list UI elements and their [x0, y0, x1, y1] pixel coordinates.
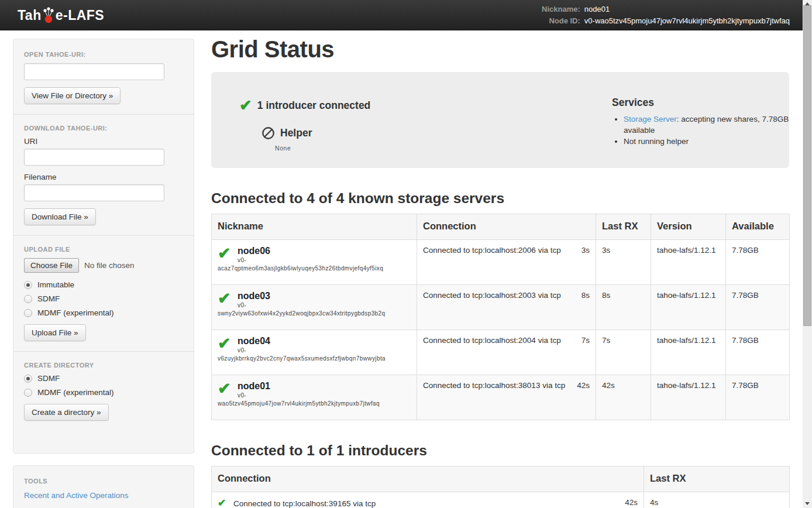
main-content: Grid Status 1 introducer connected Helpe… [211, 30, 789, 508]
available-value: 7.78GB [726, 330, 790, 375]
upload-file-button[interactable]: Upload File » [24, 324, 86, 341]
download-uri-input[interactable] [24, 149, 164, 166]
radio-icon[interactable] [24, 389, 32, 397]
col-header-version: Version [651, 214, 726, 240]
no-file-chosen-text: No file chosen [84, 261, 135, 270]
helper-value: None [275, 145, 291, 152]
view-file-button[interactable]: View File or Directory » [24, 87, 121, 104]
divider [13, 114, 194, 115]
connection-text: Connected to tcp:localhost:39165 via tcp [233, 499, 376, 508]
check-icon [218, 290, 231, 307]
node-id-label: Node ID: [542, 15, 580, 27]
connection-text: Connected to tcp:localhost:2006 via tcp [423, 246, 561, 255]
dir-format-option-sdmf[interactable]: SDMF [24, 374, 183, 383]
download-file-button[interactable]: Download File » [24, 208, 96, 225]
create-directory-label: CREATE DIRECTORY [24, 362, 183, 369]
services-title: Services [612, 97, 805, 109]
server-id-hash: wao5tzv45pmoju47jow7rvl4ukirjm5ytbh2kjty… [218, 400, 411, 407]
version-value: tahoe-lafs/1.12.1 [651, 330, 726, 375]
col-header-lastrx: Last RX [644, 466, 790, 492]
radio-label: SDMF [37, 294, 60, 303]
radio-icon[interactable] [24, 281, 32, 289]
version-value: tahoe-lafs/1.12.1 [651, 375, 726, 420]
upload-file-label: UPLOAD FILE [24, 246, 183, 253]
connection-age: 42s [625, 498, 638, 507]
table-row: node04 v0- v6zuyjkbrrkqy2bvc2cny7qwax5sx… [212, 330, 790, 375]
tahoe-tree-icon [42, 6, 55, 24]
server-id-hash: v6zuyjkbrrkqy2bvc2cny7qwax5sxumedsxfzfjw… [218, 355, 411, 362]
server-nickname: node01 [238, 381, 411, 392]
server-nickname: node06 [238, 246, 411, 256]
server-id-prefix: v0- [238, 302, 411, 308]
last-rx-value: 3s [596, 240, 651, 285]
tahoe-lafs-logo: Tah e-LAFS [18, 6, 104, 23]
nickname-label: Nickname: [542, 4, 580, 15]
node-info: Nickname: node01 Node ID: v0-wao5tzv45pm… [542, 4, 790, 27]
storage-servers-table: Nickname Connection Last RX Version Avai… [211, 214, 790, 420]
connection-text: Connected to tcp:localhost:2004 via tcp [423, 336, 561, 345]
page-scrollbar[interactable] [803, 0, 812, 508]
download-uri-label: DOWNLOAD TAHOE-URI: [24, 125, 183, 132]
top-navbar: Tah e-LAFS Nickname: node01 Node ID: v0-… [0, 0, 812, 30]
services-block: Services Storage Server: accepting new s… [612, 97, 805, 147]
col-header-connection: Connection [417, 214, 596, 240]
sidebar-forms-panel: OPEN TAHOE-URI: View File or Directory »… [13, 39, 194, 454]
table-row: node01 v0- wao5tzv45pmoju47jow7rvl4ukirj… [212, 375, 790, 420]
storage-servers-heading: Connected to 4 of 4 known storage server… [211, 190, 789, 207]
tools-label: TOOLS [24, 478, 183, 485]
open-uri-input[interactable] [24, 63, 164, 80]
scrollbar-down-icon[interactable] [805, 502, 810, 505]
introducers-table: Connection Last RX 42s Connected to tcp:… [211, 466, 790, 508]
recent-operations-link[interactable]: Recent and Active Operations [24, 491, 129, 500]
upload-format-option-sdmf[interactable]: SDMF [24, 294, 183, 303]
grid-status-summary: 1 introducer connected Helper None Servi… [211, 72, 789, 168]
radio-icon[interactable] [24, 375, 32, 383]
nickname-value: node01 [584, 4, 790, 15]
create-directory-button[interactable]: Create a directory » [24, 404, 109, 421]
uri-field-label: URI [24, 137, 183, 146]
connection-age: 8s [582, 291, 590, 300]
server-id-prefix: v0- [238, 257, 411, 263]
storage-server-link[interactable]: Storage Server [624, 115, 677, 123]
download-filename-input[interactable] [24, 184, 164, 201]
available-value: 7.78GB [726, 240, 790, 285]
upload-format-option-mdmf[interactable]: MDMF (experimental) [24, 308, 183, 317]
no-helper-icon [262, 126, 275, 140]
connection-age: 3s [582, 246, 590, 255]
connection-age: 7s [582, 336, 590, 345]
server-nickname: node04 [238, 336, 411, 346]
page-title: Grid Status [211, 36, 789, 63]
service-item-helper: Not running helper [624, 136, 805, 147]
last-rx-value: 8s [596, 285, 651, 330]
check-icon [218, 335, 231, 352]
scrollbar-thumb[interactable] [803, 5, 811, 326]
node-id-value: v0-wao5tzv45pmoju47jow7rvl4ukirjm5ytbh2k… [584, 15, 790, 27]
table-row: node06 v0- acaz7qptmeo6m3asjlgkb6iwlyuqe… [212, 240, 790, 285]
check-icon [218, 245, 231, 262]
server-nickname: node03 [238, 291, 411, 301]
radio-icon[interactable] [24, 309, 32, 317]
check-icon [239, 98, 252, 113]
col-header-connection: Connection [212, 466, 644, 492]
last-rx-value: 42s [596, 375, 651, 420]
logo-text-post: e-LAFS [56, 8, 105, 23]
server-id-hash: swny2viyw63ofxwi4x2yykd2woqjbpx3cw34xtri… [218, 310, 411, 317]
available-value: 7.78GB [726, 375, 790, 420]
introducers-heading: Connected to 1 of 1 introducers [211, 442, 789, 459]
version-value: tahoe-lafs/1.12.1 [651, 240, 726, 285]
version-value: tahoe-lafs/1.12.1 [651, 285, 726, 330]
server-id-hash: acaz7qptmeo6m3asjlgkb6iwlyuqey53hz26tbdm… [218, 265, 411, 272]
radio-icon[interactable] [24, 295, 32, 303]
radio-label: Immutable [37, 280, 74, 289]
connection-age: 42s [577, 381, 590, 390]
dir-format-option-mdmf[interactable]: MDMF (experimental) [24, 388, 183, 397]
connection-text: Connected to tcp:localhost:2003 via tcp [423, 291, 561, 300]
table-row: 42s Connected to tcp:localhost:39165 via… [212, 492, 790, 508]
radio-label: MDMF (experimental) [37, 308, 114, 317]
server-id-prefix: v0- [238, 347, 411, 353]
upload-format-option-immutable[interactable]: Immutable [24, 280, 183, 289]
filename-field-label: Filename [24, 173, 183, 181]
choose-file-button[interactable]: Choose File [24, 258, 79, 273]
check-icon [218, 497, 226, 508]
col-header-nickname: Nickname [212, 214, 417, 240]
